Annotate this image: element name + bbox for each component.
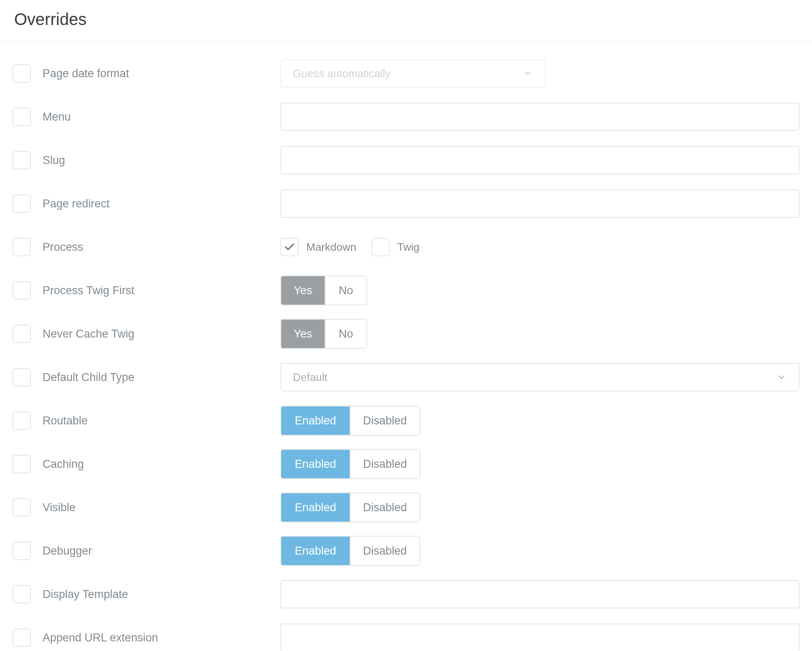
select-default-child-type[interactable]: Default [280,363,799,391]
row-display-template: Display Template [13,579,799,609]
input-menu[interactable] [280,103,799,131]
input-display-template[interactable] [280,580,799,608]
override-checkbox-default-child-type[interactable] [13,368,31,386]
override-checkbox-never-cache-twig[interactable] [13,325,31,343]
label-menu: Menu [43,111,280,124]
label-page-redirect: Page redirect [43,197,280,210]
toggle-visible: Enabled Disabled [280,492,420,522]
label-process-twig-first: Process Twig First [43,284,280,297]
label-never-cache-twig: Never Cache Twig [43,328,280,341]
input-page-redirect[interactable] [280,189,799,218]
row-page-redirect: Page redirect [13,189,799,219]
toggle-visible-enabled[interactable]: Enabled [281,493,350,522]
override-checkbox-visible[interactable] [13,498,31,517]
label-process: Process [43,241,280,254]
row-routable: Routable Enabled Disabled [13,406,799,436]
row-debugger: Debugger Enabled Disabled [13,536,799,566]
check-icon [280,238,299,256]
select-page-date-format[interactable]: Guess automatically [280,59,546,88]
override-checkbox-display-template[interactable] [13,585,31,603]
toggle-process-twig-first-yes[interactable]: Yes [281,276,325,305]
row-slug: Slug [13,145,799,175]
toggle-process-twig-first-no[interactable]: No [325,276,366,305]
input-slug[interactable] [280,146,799,174]
row-caching: Caching Enabled Disabled [13,449,799,479]
override-checkbox-page-redirect[interactable] [13,194,31,213]
override-checkbox-caching[interactable] [13,455,31,473]
override-checkbox-slug[interactable] [13,151,31,169]
toggle-caching-enabled[interactable]: Enabled [281,450,350,478]
row-menu: Menu [13,102,799,132]
label-display-template: Display Template [43,588,280,601]
checkbox-process-markdown[interactable]: Markdown [280,238,356,256]
section-header: Overrides [0,0,812,42]
row-default-child-type: Default Child Type Default [13,362,799,392]
toggle-routable: Enabled Disabled [280,406,420,436]
label-append-url-extension: Append URL extension [43,631,280,644]
override-checkbox-routable[interactable] [13,411,31,430]
input-append-url-extension[interactable] [280,623,799,651]
label-slug: Slug [43,154,280,167]
row-page-date-format: Page date format Guess automatically [13,58,799,88]
label-page-date-format: Page date format [43,67,280,80]
toggle-debugger-disabled[interactable]: Disabled [350,537,419,565]
label-debugger: Debugger [43,545,280,558]
toggle-routable-enabled[interactable]: Enabled [281,406,350,435]
toggle-debugger-enabled[interactable]: Enabled [281,537,350,565]
section-title: Overrides [14,10,798,29]
override-checkbox-page-date-format[interactable] [13,64,31,83]
row-process: Process Markdown Twig [13,232,799,262]
override-checkbox-menu[interactable] [13,108,31,126]
toggle-never-cache-twig-no[interactable]: No [325,320,366,348]
row-append-url-extension: Append URL extension [13,623,799,651]
checkbox-process-markdown-label: Markdown [306,241,356,254]
override-checkbox-process-twig-first[interactable] [13,281,31,300]
toggle-never-cache-twig-yes[interactable]: Yes [281,320,325,348]
checkbox-process-twig[interactable]: Twig [371,238,419,256]
overrides-form: Page date format Guess automatically Men… [0,42,812,651]
toggle-routable-disabled[interactable]: Disabled [350,406,419,435]
row-visible: Visible Enabled Disabled [13,492,799,522]
label-routable: Routable [43,414,280,427]
override-checkbox-debugger[interactable] [13,542,31,560]
row-never-cache-twig: Never Cache Twig Yes No [13,319,799,349]
toggle-process-twig-first: Yes No [280,275,367,305]
toggle-caching: Enabled Disabled [280,449,420,479]
select-page-date-format-value: Guess automatically [293,67,391,80]
toggle-debugger: Enabled Disabled [280,536,420,566]
label-default-child-type: Default Child Type [43,371,280,384]
label-caching: Caching [43,458,280,471]
toggle-caching-disabled[interactable]: Disabled [350,450,419,478]
override-checkbox-process[interactable] [13,238,31,256]
check-icon [371,238,390,256]
select-default-child-type-value: Default [293,371,327,384]
checkbox-process-twig-label: Twig [397,241,419,254]
label-visible: Visible [43,501,280,514]
toggle-visible-disabled[interactable]: Disabled [350,493,419,522]
chevron-down-icon [776,372,787,383]
override-checkbox-append-url-extension[interactable] [13,628,31,647]
chevron-down-icon [522,68,533,79]
row-process-twig-first: Process Twig First Yes No [13,275,799,305]
toggle-never-cache-twig: Yes No [280,319,367,349]
